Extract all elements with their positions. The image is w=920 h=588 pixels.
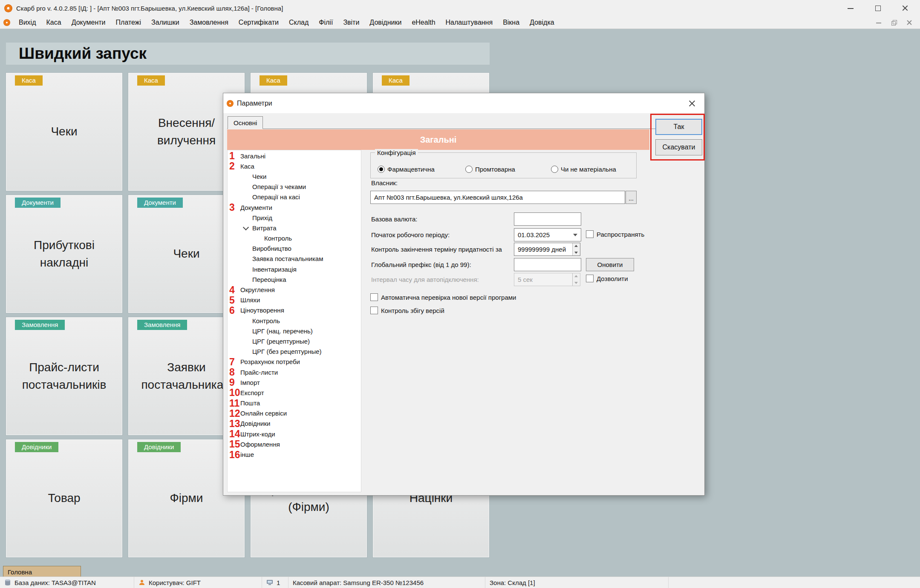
tree-item[interactable]: Заявка постачальникам [228, 254, 361, 264]
tree-item[interactable]: Витрата [228, 223, 361, 233]
owner-browse-button[interactable]: ... [626, 191, 637, 204]
auto-version-checkbox[interactable] [370, 293, 378, 301]
tree-item-label: Документи [240, 204, 272, 211]
dialog-close-icon[interactable] [686, 97, 698, 110]
menu-item-7[interactable]: Сертифікати [234, 16, 284, 29]
tree-item[interactable]: 16інше [228, 449, 361, 459]
dozvolyty-checkbox-row[interactable]: Дозволити [586, 275, 628, 282]
tree-item[interactable]: Прихід [228, 212, 361, 223]
menu-item-6[interactable]: Замовлення [185, 16, 234, 29]
quick-launch-tile[interactable]: ДовідникиТовар [6, 439, 122, 557]
radio-icon[interactable] [551, 166, 558, 173]
config-radio-3[interactable]: Чи не матеріальна [551, 166, 616, 173]
chevron-down-icon[interactable] [573, 234, 577, 236]
menu-item-4[interactable]: Платежі [111, 16, 147, 29]
quick-launch-tile[interactable]: ЗамовленняПрайс-листи постачальників [6, 317, 122, 435]
status-zone: Зона: Склад [1] [485, 577, 669, 588]
tree-item[interactable]: Контроль [228, 316, 361, 326]
menu-item-15[interactable]: Довідка [525, 16, 559, 29]
tree-item[interactable]: ЦРГ (нац. перечень) [228, 326, 361, 336]
tree-item[interactable]: 3Документи [228, 202, 361, 212]
menu-item-5[interactable]: Залишки [146, 16, 185, 29]
tree-item-label: Контроль [252, 317, 280, 324]
annotation-number: 6 [229, 304, 235, 316]
tree-item[interactable]: 13Довідники [228, 419, 361, 429]
expiry-control-input[interactable]: 999999999 дней [514, 243, 580, 256]
owner-input[interactable]: Апт №003 пгт.Барышевка, ул.Киевский шлях… [370, 191, 625, 204]
tree-item[interactable]: 14Штрих-коди [228, 429, 361, 439]
base-currency-input[interactable] [514, 212, 581, 226]
status-database-text: База даних: TASA3@TITAN [14, 579, 96, 586]
tree-item[interactable]: 15Оформлення [228, 439, 361, 449]
close-icon[interactable] [901, 4, 909, 12]
tile-category-label: Каса [260, 75, 287, 86]
tree-item[interactable]: 1Загальні [228, 151, 361, 161]
mdi-restore-icon[interactable] [891, 20, 897, 26]
menu-item-9[interactable]: Філії [314, 16, 338, 29]
tree-item[interactable]: 6Ціноутворення [228, 305, 361, 316]
tree-item[interactable]: 9Імпорт [228, 377, 361, 387]
quick-launch-tile[interactable]: КасаЧеки [6, 73, 122, 191]
radio-icon[interactable] [378, 166, 385, 173]
tree-item[interactable]: Виробництво [228, 244, 361, 254]
menu-item-1[interactable]: Вихід [14, 16, 41, 29]
tree-item[interactable]: 8Прайс-листи [228, 367, 361, 377]
radio-label: Чи не матеріальна [561, 166, 616, 173]
tree-item[interactable]: Переоцінка [228, 274, 361, 284]
tree-item[interactable]: 7Розрахунок потреби [228, 357, 361, 367]
annotation-number: 1 [229, 150, 235, 162]
dozvolyty-checkbox[interactable] [586, 275, 594, 282]
tree-item[interactable]: Операції на касі [228, 192, 361, 202]
app-logo-icon [4, 4, 12, 12]
tree-item[interactable]: Контроль [228, 233, 361, 244]
mdi-minimize-icon[interactable] [876, 20, 882, 26]
version-match-check-row[interactable]: Контроль збігу версій [370, 307, 444, 314]
tree-item[interactable]: 4Округлення [228, 284, 361, 295]
tree-item[interactable]: 10Експорт [228, 387, 361, 398]
menu-item-14[interactable]: Вікна [498, 16, 525, 29]
menu-item-3[interactable]: Документи [66, 16, 111, 29]
tree-item[interactable]: ЦРГ (без рецептурные) [228, 347, 361, 357]
mdi-tab-holovna[interactable]: Головна [3, 566, 81, 578]
menu-item-11[interactable]: Довідники [364, 16, 407, 29]
tree-item[interactable]: 5Шляхи [228, 295, 361, 305]
status-register: Касовий апарат: Samsung ER-350 №123456 [288, 577, 485, 588]
menu-item-13[interactable]: Налаштування [441, 16, 498, 29]
tree-item[interactable]: Чеки [228, 171, 361, 181]
period-start-combo[interactable]: 01.03.2025 [514, 228, 581, 241]
config-radio-2[interactable]: Промтоварна [465, 166, 515, 173]
annotation-number: 9 [229, 377, 235, 388]
tab-osnovni[interactable]: Основні [228, 116, 263, 129]
tree-item[interactable]: 12Онлайн сервіси [228, 408, 361, 419]
tree-item-label: Онлайн сервіси [240, 410, 287, 417]
tree-item[interactable]: Операції з чеками [228, 182, 361, 192]
mdi-close-icon[interactable] [906, 20, 912, 26]
rasprostranyat-checkbox-row[interactable]: Распространять [586, 230, 644, 238]
tree-item-label: Інвентаризація [252, 266, 297, 273]
global-prefix-input[interactable] [514, 258, 581, 271]
menu-item-10[interactable]: Звіти [338, 16, 364, 29]
rasprostranyat-checkbox[interactable] [586, 230, 594, 238]
menu-item-2[interactable]: Каса [41, 16, 66, 29]
tree-item[interactable]: 2Каса [228, 161, 361, 171]
minimize-icon[interactable] [847, 4, 854, 12]
menu-item-12[interactable]: eHealth [407, 16, 440, 29]
version-match-checkbox[interactable] [370, 307, 378, 314]
config-radio-1[interactable]: Фармацевтична [378, 166, 435, 173]
update-button[interactable]: Оновити [586, 258, 634, 271]
menu-item-8[interactable]: Склад [284, 16, 314, 29]
tree-item-label: Контроль [264, 235, 292, 242]
user-icon [138, 579, 145, 586]
tree-item[interactable]: ЦРГ (рецептурные) [228, 336, 361, 346]
status-user-text: Користувач: GIFT [149, 579, 201, 586]
radio-icon[interactable] [465, 166, 473, 173]
page-title: Швидкий запуск [6, 43, 490, 65]
autoconnect-spinner[interactable] [572, 273, 580, 286]
tree-item[interactable]: Інвентаризація [228, 264, 361, 274]
tree-item-label: ЦРГ (нац. перечень) [252, 327, 313, 335]
auto-version-check-row[interactable]: Автоматична перевірка нової версії прогр… [370, 293, 516, 301]
maximize-icon[interactable] [874, 4, 882, 12]
expiry-spinner[interactable] [572, 243, 580, 255]
tree-item[interactable]: 11Пошта [228, 398, 361, 408]
quick-launch-tile[interactable]: ДокументиПрибуткові накладні [6, 195, 122, 313]
